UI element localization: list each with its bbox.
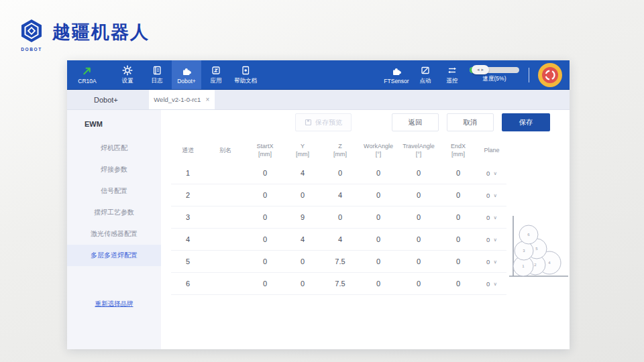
value-cell[interactable]: 0 (359, 251, 398, 272)
table-row: 20040000∨ (171, 184, 506, 206)
alias-cell (205, 162, 246, 184)
plane-select[interactable]: 0∨ (477, 184, 506, 206)
toolbar-item-settings[interactable]: 设置 (113, 60, 142, 89)
column-header: WorkAngle[°] (359, 138, 398, 162)
alias-cell (205, 206, 246, 228)
plane-select[interactable]: 0∨ (477, 273, 506, 294)
table-body: 10400000∨20040000∨30900000∨40440000∨5007… (171, 162, 506, 295)
value-cell[interactable]: 0 (284, 251, 321, 272)
back-button[interactable]: 返回 (392, 113, 439, 131)
alias-cell (205, 251, 246, 272)
dobot-hexagon-icon (19, 18, 44, 44)
value-cell[interactable]: 0 (246, 162, 284, 184)
emergency-stop-button[interactable] (537, 62, 563, 88)
value-cell[interactable]: 4 (321, 229, 359, 250)
save-preview-label: 保存预览 (315, 118, 342, 127)
chevron-down-icon: ∨ (493, 192, 497, 198)
value-cell[interactable]: 0 (359, 229, 398, 250)
value-cell[interactable]: 0 (359, 206, 398, 228)
channel-cell: 3 (171, 206, 205, 228)
puzzle-icon (391, 66, 402, 76)
toolbar-item-dobot-plus[interactable]: Dobot+ (172, 60, 201, 89)
value-cell[interactable]: 0 (321, 206, 359, 228)
cancel-button[interactable]: 取消 (447, 113, 494, 131)
brand-title: 越疆机器人 (52, 20, 150, 44)
toolbar-item-label: Dobot+ (177, 78, 196, 84)
value-cell[interactable]: 0 (398, 162, 439, 184)
value-cell[interactable]: 0 (284, 184, 321, 206)
value-cell[interactable]: 0 (439, 162, 477, 184)
puzzle-icon (181, 66, 192, 76)
toolbar-item-label: FTSensor (384, 78, 409, 84)
value-cell[interactable]: 0 (246, 229, 284, 250)
value-cell[interactable]: 0 (359, 273, 398, 294)
sidebar-item[interactable]: 多层多道焊配置 (67, 245, 161, 266)
value-cell[interactable]: 0 (321, 162, 359, 184)
value-cell[interactable]: 0 (246, 184, 284, 206)
jog-icon (420, 65, 431, 76)
value-cell[interactable]: 4 (321, 184, 359, 206)
sidebar-item[interactable]: 摆焊工艺参数 (67, 202, 161, 223)
value-cell[interactable]: 0 (439, 273, 477, 294)
toolbar-item-help-docs[interactable]: 帮助文档 (231, 60, 260, 89)
table-row: 30900000∨ (171, 206, 506, 229)
plane-select[interactable]: 0∨ (477, 229, 506, 250)
value-cell[interactable]: 0 (439, 229, 477, 250)
value-cell[interactable]: 7.5 (321, 273, 359, 294)
value-cell[interactable]: 0 (359, 162, 398, 184)
value-cell[interactable]: 0 (439, 184, 477, 206)
value-cell[interactable]: 0 (439, 251, 477, 272)
close-icon[interactable]: × (205, 96, 209, 103)
doc-icon (240, 65, 251, 76)
value-cell[interactable]: 0 (359, 184, 398, 206)
chevron-down-icon: ∨ (493, 259, 497, 265)
value-cell[interactable]: 9 (284, 206, 321, 228)
value-cell[interactable]: 0 (246, 273, 284, 294)
column-header: Y[mm] (284, 138, 321, 162)
toolbar-item-remote[interactable]: 遥控 (439, 60, 466, 89)
value-cell[interactable]: 0 (398, 184, 439, 206)
value-cell[interactable]: 4 (284, 229, 321, 250)
value-cell[interactable]: 4 (284, 162, 321, 184)
sidebar-item[interactable]: 焊接参数 (67, 159, 161, 180)
value-cell[interactable]: 0 (398, 273, 439, 294)
value-cell[interactable]: 0 (246, 206, 284, 228)
toolbar-item-apps[interactable]: 应用 (201, 60, 231, 89)
table-row: 40440000∨ (171, 229, 506, 251)
value-cell[interactable]: 0 (284, 273, 321, 294)
toolbar-item-jog[interactable]: 点动 (412, 60, 439, 89)
column-header: EndX[mm] (439, 138, 477, 162)
toolbar-item-log[interactable]: 日志 (142, 60, 172, 89)
channel-cell: 5 (171, 251, 205, 272)
table-row: 6007.50000∨ (171, 273, 506, 295)
value-cell[interactable]: 0 (398, 229, 439, 250)
chevron-down-icon: ∨ (493, 237, 497, 243)
value-cell[interactable]: 0 (439, 206, 477, 228)
sidebar-item[interactable]: 焊机匹配 (67, 137, 161, 159)
chevron-down-icon: ∨ (493, 215, 497, 221)
speed-slider-handle[interactable]: ◂▸ (472, 65, 489, 74)
value-cell[interactable]: 0 (246, 251, 284, 272)
table-header: 通道别名StartX[mm]Y[mm]Z[mm]WorkAngle[°]Trav… (171, 138, 506, 162)
speed-slider[interactable]: ◂▸ (470, 67, 519, 73)
toolbar-item-ftsensor[interactable]: FTSensor (381, 60, 412, 89)
dobot-logo: DOBOT (16, 18, 47, 52)
plane-select[interactable]: 0∨ (477, 251, 506, 272)
value-cell[interactable]: 7.5 (321, 251, 359, 272)
plane-select[interactable]: 0∨ (477, 162, 506, 184)
sidebar-item[interactable]: 激光传感器配置 (67, 223, 161, 245)
plane-select[interactable]: 0∨ (477, 206, 506, 228)
toolbar-item-robot[interactable]: CR10A (70, 60, 105, 89)
value-cell[interactable]: 0 (398, 206, 439, 228)
reselect-brand-link[interactable]: 重新选择品牌 (67, 300, 161, 308)
save-button[interactable]: 保存 (502, 113, 550, 131)
robot-arrow-icon (81, 65, 93, 76)
save-preview-button[interactable]: 保存预览 (295, 113, 352, 131)
plugin-tab-weld[interactable]: Weld_v2-1-0-rc1 × (149, 90, 215, 109)
value-cell[interactable]: 0 (398, 251, 439, 272)
gear-icon (122, 65, 133, 76)
column-header: 别名 (205, 138, 246, 162)
sidebar-item[interactable]: 信号配置 (67, 180, 161, 202)
main-toolbar: CR10A 设置 日志 (67, 60, 570, 90)
table-row: 5007.50000∨ (171, 251, 506, 273)
